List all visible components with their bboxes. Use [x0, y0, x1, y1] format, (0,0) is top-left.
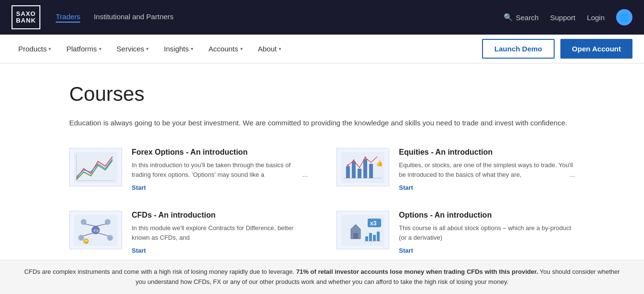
course-info-forex: Forex Options - An introduction In this … — [132, 148, 308, 192]
search-button[interactable]: 🔍 Search — [504, 13, 539, 22]
main-nav: Products ▾ Platforms ▾ Services ▾ Insigh… — [0, 35, 644, 63]
language-button[interactable]: 🌐 — [616, 9, 632, 25]
page-subtitle: Education is always going to be your bes… — [69, 117, 575, 129]
desc-ellipsis-equities: ... — [570, 170, 575, 180]
course-desc-options: This course is all about stock options –… — [399, 223, 575, 242]
course-title-cfds: CFDs - An introduction — [132, 211, 308, 220]
svg-text:👍: 👍 — [376, 159, 383, 167]
course-info-options: Options - An introduction This course is… — [399, 211, 575, 255]
desc-ellipsis-forex: ... — [302, 170, 308, 180]
course-info-cfds: CFDs - An introduction In this module we… — [132, 211, 308, 255]
course-start-cfds[interactable]: Start — [132, 247, 146, 254]
svg-rect-8 — [369, 164, 373, 178]
course-start-equities[interactable]: Start — [399, 184, 413, 191]
course-start-forex[interactable]: Start — [132, 184, 146, 191]
svg-rect-35 — [377, 232, 380, 241]
top-nav: Traders Institutional and Partners — [56, 12, 173, 23]
course-item-options: x3 Options - An introduction This course… — [336, 211, 575, 255]
svg-rect-6 — [358, 169, 361, 178]
main-nav-links: Products ▾ Platforms ▾ Services ▾ Insigh… — [12, 41, 288, 57]
page-title: Courses — [69, 83, 575, 106]
top-bar: SAXOBANK Traders Institutional and Partn… — [0, 0, 644, 35]
nav-insights[interactable]: Insights ▾ — [157, 41, 200, 57]
services-chevron: ▾ — [146, 46, 149, 51]
search-label: Search — [516, 13, 539, 22]
platforms-label: Platforms — [66, 45, 97, 53]
course-start-options[interactable]: Start — [399, 247, 413, 254]
main-nav-buttons: Launch Demo Open Account — [482, 39, 632, 59]
course-item-forex: Forex Options - An introduction In this … — [69, 148, 308, 192]
svg-rect-4 — [346, 166, 350, 178]
launch-demo-button[interactable]: Launch Demo — [482, 39, 555, 59]
svg-rect-34 — [373, 235, 376, 241]
accounts-chevron: ▾ — [240, 46, 243, 51]
about-label: About — [258, 45, 277, 53]
platforms-chevron: ▾ — [99, 46, 101, 51]
course-title-options: Options - An introduction — [399, 211, 575, 220]
accounts-label: Accounts — [209, 45, 238, 53]
services-label: Services — [117, 45, 145, 53]
course-thumb-cfds: FX 💡 — [69, 211, 122, 249]
course-desc-forex: In this introduction to you'll be taken … — [132, 160, 308, 179]
course-thumb-equities: 👍 — [336, 148, 389, 186]
course-thumb-options: x3 — [336, 211, 389, 249]
logo[interactable]: SAXOBANK — [12, 5, 40, 29]
globe-icon: 🌐 — [619, 13, 629, 22]
nav-traders[interactable]: Traders — [56, 12, 80, 23]
courses-grid: Forex Options - An introduction In this … — [69, 148, 575, 255]
course-item-cfds: FX 💡 CFDs - An introductio — [69, 211, 308, 255]
course-title-forex: Forex Options - An introduction — [132, 148, 308, 157]
svg-point-10 — [353, 159, 355, 161]
svg-rect-29 — [353, 233, 358, 239]
course-thumb-forex — [69, 148, 122, 186]
svg-rect-33 — [369, 233, 372, 241]
course-desc-cfds: In this module we'll explore Contracts f… — [132, 223, 308, 242]
svg-text:💡: 💡 — [85, 239, 89, 244]
nav-about[interactable]: About ▾ — [251, 41, 288, 57]
login-link[interactable]: Login — [587, 13, 605, 22]
nav-platforms[interactable]: Platforms ▾ — [60, 41, 108, 57]
nav-accounts[interactable]: Accounts ▾ — [202, 41, 249, 57]
products-chevron: ▾ — [49, 46, 51, 51]
svg-text:x3: x3 — [370, 220, 377, 227]
about-chevron: ▾ — [279, 46, 281, 51]
svg-rect-0 — [74, 152, 117, 183]
course-title-equities: Equities - An introduction — [399, 148, 575, 157]
open-account-button[interactable]: Open Account — [560, 39, 632, 59]
svg-point-9 — [347, 164, 349, 166]
insights-label: Insights — [164, 45, 189, 53]
svg-rect-7 — [363, 159, 367, 178]
course-info-equities: Equities - An introduction Equities, or … — [399, 148, 575, 192]
svg-rect-32 — [365, 236, 368, 241]
top-bar-left: SAXOBANK Traders Institutional and Partn… — [12, 5, 173, 29]
course-item-equities: 👍 Equities - An introduction Equities, o… — [336, 148, 575, 192]
svg-point-11 — [364, 157, 366, 159]
products-label: Products — [18, 45, 47, 53]
insights-chevron: ▾ — [191, 46, 193, 51]
svg-rect-5 — [352, 161, 356, 178]
support-link[interactable]: Support — [550, 13, 576, 22]
nav-institutional[interactable]: Institutional and Partners — [94, 12, 173, 23]
top-bar-right: 🔍 Search Support Login 🌐 — [504, 9, 632, 25]
search-icon: 🔍 — [504, 13, 513, 22]
nav-services[interactable]: Services ▾ — [110, 41, 156, 57]
nav-products[interactable]: Products ▾ — [12, 41, 58, 57]
course-desc-equities: Equities, or stocks, are one of the simp… — [399, 160, 575, 179]
main-content: Courses Education is always going to be … — [58, 63, 586, 255]
svg-text:FX: FX — [94, 229, 99, 233]
logo-text: SAXOBANK — [16, 11, 36, 24]
